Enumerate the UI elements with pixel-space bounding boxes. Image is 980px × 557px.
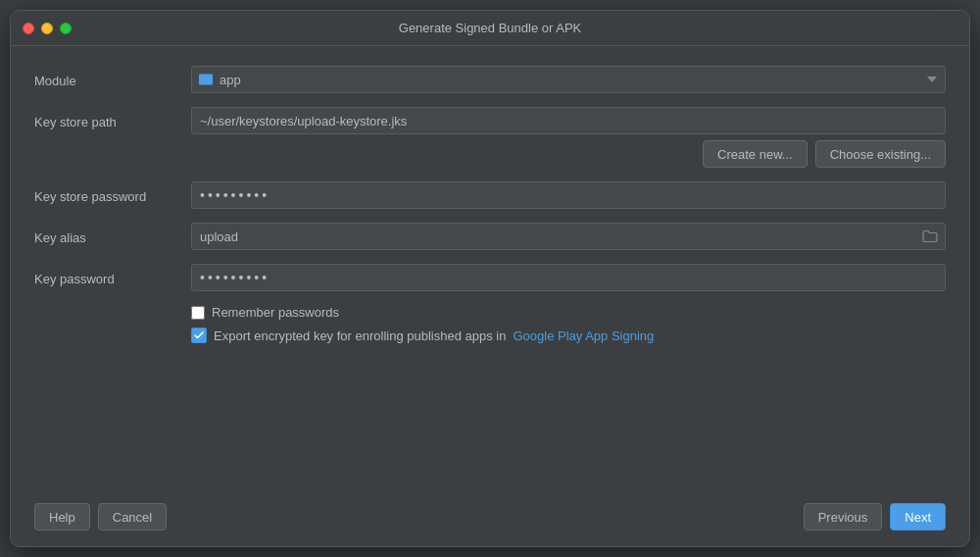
key-alias-input-wrap (191, 223, 946, 250)
create-new-button[interactable]: Create new... (703, 140, 808, 168)
module-label: Module (34, 72, 191, 88)
export-checkbox[interactable] (191, 328, 207, 343)
key-alias-input[interactable] (191, 223, 946, 250)
title-bar: Generate Signed Bundle or APK (11, 11, 969, 46)
keystore-path-input[interactable] (191, 107, 946, 134)
minimize-button[interactable] (41, 23, 53, 34)
keystore-password-input[interactable] (191, 181, 946, 209)
key-password-input-wrap (191, 264, 946, 291)
previous-button[interactable]: Previous (804, 503, 883, 531)
key-alias-row: Key alias (34, 223, 946, 250)
remember-passwords-checkbox[interactable] (191, 306, 205, 320)
cancel-button[interactable]: Cancel (98, 503, 167, 531)
keystore-path-row: Key store path (34, 107, 946, 134)
module-row: Module app (34, 66, 946, 93)
export-row: Export encrypted key for enrolling publi… (191, 328, 946, 343)
remember-passwords-row: Remember passwords (191, 305, 946, 320)
window-title: Generate Signed Bundle or APK (399, 21, 581, 35)
footer: Help Cancel Previous Next (11, 493, 969, 546)
footer-left: Help Cancel (34, 503, 167, 531)
next-button[interactable]: Next (890, 503, 946, 531)
export-label: Export encrypted key for enrolling publi… (214, 329, 506, 343)
alias-folder-icon (922, 230, 938, 243)
keystore-buttons: Create new... Choose existing... (191, 140, 946, 168)
keystore-password-label: Key store password (34, 187, 191, 204)
module-select[interactable]: app (191, 66, 946, 93)
window: Generate Signed Bundle or APK Module app… (10, 10, 970, 547)
key-password-input[interactable] (191, 264, 946, 291)
help-button[interactable]: Help (34, 503, 90, 531)
module-folder-icon (199, 75, 213, 85)
remember-passwords-label: Remember passwords (212, 305, 339, 320)
keystore-password-input-wrap (191, 181, 946, 209)
module-select-wrap: app (191, 66, 946, 93)
close-button[interactable] (23, 23, 34, 34)
key-password-label: Key password (34, 270, 191, 286)
form-content: Module app Key store path Create new... … (11, 46, 969, 493)
key-password-row: Key password (34, 264, 946, 291)
keystore-path-input-wrap (191, 107, 946, 134)
maximize-button[interactable] (60, 23, 72, 34)
footer-right: Previous Next (804, 503, 946, 531)
key-alias-label: Key alias (34, 228, 191, 245)
choose-existing-button[interactable]: Choose existing... (815, 140, 946, 168)
keystore-password-row: Key store password (34, 181, 946, 209)
traffic-lights (23, 23, 72, 34)
keystore-path-label: Key store path (34, 113, 191, 129)
google-play-link[interactable]: Google Play App Signing (513, 329, 654, 343)
